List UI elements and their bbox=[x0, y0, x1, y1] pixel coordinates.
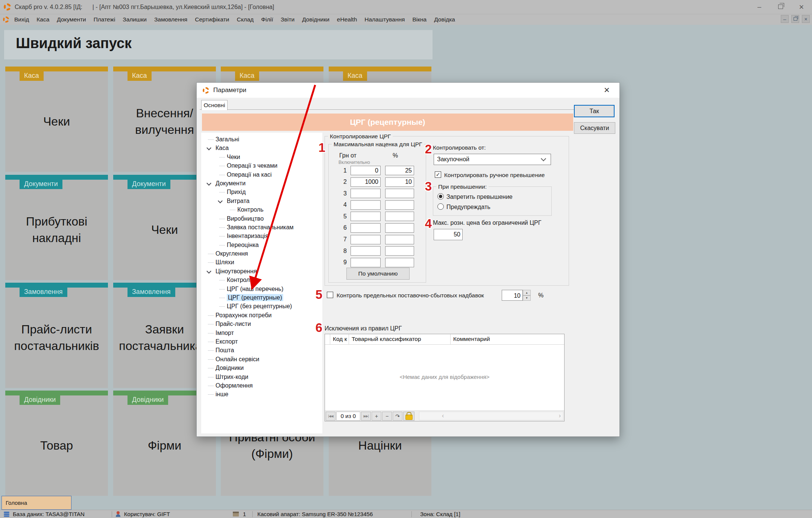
tree-item[interactable]: Операції на касі bbox=[201, 170, 322, 179]
markup-from-input[interactable] bbox=[351, 235, 381, 244]
tile-tovar[interactable]: Довідники Товар bbox=[5, 391, 108, 496]
tree-item[interactable]: Штрих-коди bbox=[201, 373, 322, 381]
tree-item[interactable]: Прихід bbox=[201, 188, 322, 196]
mdi-close-button[interactable]: × bbox=[802, 15, 810, 23]
menu-item-sertyfikaty[interactable]: Сертифікати bbox=[191, 16, 233, 23]
header-code-col[interactable]: Код к bbox=[330, 334, 349, 344]
tree-item[interactable]: Інвентаризація bbox=[201, 232, 322, 240]
markup-from-input[interactable] bbox=[351, 166, 381, 175]
menu-item-ehealth[interactable]: eHealth bbox=[333, 16, 361, 23]
cancel-button[interactable]: Скасувати bbox=[574, 122, 615, 134]
tree-item[interactable]: Розрахунок потреби bbox=[201, 311, 322, 320]
mdi-minimize-button[interactable]: – bbox=[781, 15, 789, 23]
refresh-button[interactable]: ↷ bbox=[393, 412, 402, 421]
first-record-button[interactable]: |◀◀ bbox=[326, 412, 335, 421]
markup-from-input[interactable] bbox=[351, 246, 381, 256]
radio-warn[interactable] bbox=[437, 203, 444, 210]
tree-item[interactable]: Чеки bbox=[201, 153, 322, 161]
markup-from-input[interactable] bbox=[351, 200, 381, 210]
tree-item[interactable]: ЦРГ (наш перечень) bbox=[201, 285, 322, 293]
markup-pct-input[interactable] bbox=[385, 177, 414, 187]
minimize-button[interactable]: – bbox=[749, 3, 770, 11]
menu-item-sklad[interactable]: Склад bbox=[233, 16, 257, 23]
horizontal-scrollbar[interactable]: ‹ › bbox=[419, 412, 563, 420]
menu-item-zamovlennya[interactable]: Замовлення bbox=[150, 16, 191, 23]
menu-item-vyhid[interactable]: Вихід bbox=[11, 16, 33, 23]
markup-pct-input[interactable] bbox=[385, 212, 414, 221]
stepper-down-icon[interactable]: ▼ bbox=[523, 295, 531, 301]
markup-pct-input[interactable] bbox=[385, 223, 414, 233]
menu-item-filii[interactable]: Філії bbox=[257, 16, 277, 23]
markup-pct-input[interactable] bbox=[385, 258, 414, 267]
radio-forbid-exceed[interactable] bbox=[437, 193, 444, 200]
menu-item-dokumenty[interactable]: Документи bbox=[53, 16, 90, 23]
menu-item-nalashtuvannya[interactable]: Налаштування bbox=[361, 16, 408, 23]
markup-pct-input[interactable] bbox=[385, 166, 414, 175]
close-button[interactable]: × bbox=[791, 2, 812, 12]
tree-item[interactable]: Документи bbox=[201, 179, 322, 188]
tree-item[interactable]: Заявка постачальникам bbox=[201, 223, 322, 232]
markup-from-input[interactable] bbox=[351, 212, 381, 221]
markup-pct-input[interactable] bbox=[385, 246, 414, 256]
ok-button[interactable]: Так bbox=[574, 105, 615, 117]
tree-item[interactable]: Витрата bbox=[201, 197, 322, 205]
dialog-titlebar[interactable]: Параметри bbox=[197, 83, 619, 98]
tree-item[interactable]: Каса bbox=[201, 144, 322, 152]
tree-item[interactable]: Контроль bbox=[201, 276, 322, 284]
chevron-down-icon[interactable] bbox=[206, 269, 211, 274]
tab-osnovni[interactable]: Основні bbox=[201, 100, 228, 110]
limit-control-checkbox[interactable] bbox=[327, 292, 333, 298]
menu-item-dovidka[interactable]: Довідка bbox=[430, 16, 459, 23]
menu-item-vikna[interactable]: Вікна bbox=[408, 16, 430, 23]
tree-item[interactable]: ЦРГ (без рецептурные) bbox=[201, 302, 322, 310]
tree-item[interactable]: Шляхи bbox=[201, 258, 322, 267]
chevron-down-icon[interactable] bbox=[218, 198, 223, 203]
dialog-close-icon[interactable]: × bbox=[604, 85, 610, 95]
control-from-select[interactable]: Закупочной bbox=[434, 154, 551, 165]
tree-item[interactable]: Довідники bbox=[201, 364, 322, 372]
max-price-input[interactable] bbox=[434, 229, 463, 240]
mdi-restore-button[interactable] bbox=[791, 15, 799, 23]
markup-pct-input[interactable] bbox=[385, 200, 414, 210]
menu-item-platezhi[interactable]: Платежі bbox=[90, 16, 119, 23]
markup-from-input[interactable] bbox=[351, 223, 381, 233]
tree-item[interactable]: інше bbox=[201, 390, 322, 398]
menu-item-kasa[interactable]: Каса bbox=[33, 16, 53, 23]
markup-from-input[interactable] bbox=[351, 189, 381, 198]
scroll-right-icon[interactable]: › bbox=[559, 412, 561, 419]
menu-item-zvity[interactable]: Звіти bbox=[277, 16, 298, 23]
tree-item[interactable]: Онлайн сервіси bbox=[201, 355, 322, 364]
limit-value-input[interactable] bbox=[502, 290, 523, 301]
tree-item[interactable]: Пошта bbox=[201, 346, 322, 354]
tree-item[interactable]: Експорт bbox=[201, 337, 322, 346]
tree-item[interactable]: Виробництво bbox=[201, 214, 322, 223]
tile-price-lysty[interactable]: Замовлення Прайс-листи постачальників bbox=[5, 283, 108, 388]
tile-prybutkovi-nakladni[interactable]: Документи Прибуткові накладні bbox=[5, 175, 108, 280]
tree-item[interactable]: Імпорт bbox=[201, 329, 322, 337]
header-comment-col[interactable]: Комментарий bbox=[451, 334, 564, 344]
markup-from-input[interactable] bbox=[351, 258, 381, 267]
tree-item[interactable]: Оформлення bbox=[201, 381, 322, 390]
tree-item-selected[interactable]: ЦРГ (рецептурные) bbox=[201, 293, 322, 302]
scroll-left-icon[interactable]: ‹ bbox=[442, 412, 444, 419]
markup-pct-input[interactable] bbox=[385, 235, 414, 244]
tab-holovna[interactable]: Головна bbox=[2, 496, 71, 510]
chevron-down-icon[interactable] bbox=[206, 181, 211, 186]
tree-item[interactable]: Переоцінка bbox=[201, 241, 322, 249]
tree-item[interactable]: Прайс-листи bbox=[201, 320, 322, 328]
stepper-up-icon[interactable]: ▲ bbox=[523, 290, 531, 295]
last-record-button[interactable]: ▶▶| bbox=[361, 412, 371, 421]
restore-button[interactable] bbox=[770, 3, 791, 11]
header-classifier-col[interactable]: Товарный классификатор bbox=[349, 334, 451, 344]
tree-item[interactable]: Округлення bbox=[201, 249, 322, 258]
delete-record-button[interactable]: − bbox=[382, 412, 392, 421]
markup-from-input[interactable] bbox=[351, 177, 381, 187]
tree-item[interactable]: Контроль bbox=[201, 205, 322, 214]
tree-item[interactable]: Ціноутворення bbox=[201, 267, 322, 276]
menu-item-zalyshky[interactable]: Залишки bbox=[119, 16, 150, 23]
add-record-button[interactable]: + bbox=[372, 412, 381, 421]
manual-override-checkbox[interactable]: ✓ bbox=[435, 171, 441, 178]
chevron-down-icon[interactable] bbox=[206, 146, 211, 151]
tree-item[interactable]: Загальні bbox=[201, 135, 322, 144]
lock-button[interactable] bbox=[403, 412, 414, 421]
